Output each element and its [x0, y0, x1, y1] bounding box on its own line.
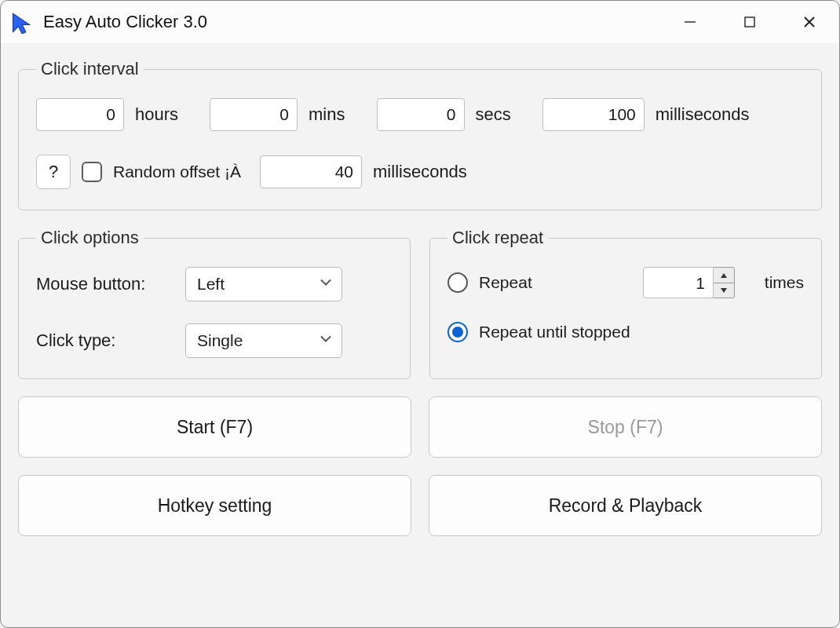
random-offset-label: Random offset ¡À — [113, 162, 241, 181]
titlebar[interactable]: Easy Auto Clicker 3.0 — [1, 1, 839, 43]
click-type-value: Single — [197, 331, 243, 350]
mins-input[interactable]: 0 — [210, 98, 298, 131]
secs-input[interactable]: 0 — [377, 98, 465, 131]
svg-rect-1 — [745, 17, 754, 27]
ms-input[interactable]: 100 — [542, 98, 645, 131]
help-button[interactable]: ? — [36, 155, 71, 189]
click-type-select[interactable]: Single — [185, 323, 342, 358]
mouse-button-value: Left — [197, 275, 225, 294]
client-area: Click interval 0 hours 0 mins 0 secs 100… — [1, 43, 839, 627]
chevron-down-icon — [318, 331, 334, 351]
stop-button[interactable]: Stop (F7) — [429, 396, 822, 458]
svg-marker-4 — [721, 273, 727, 278]
app-window: Easy Auto Clicker 3.0 Click interval 0 h… — [0, 0, 840, 628]
maximize-button[interactable] — [720, 1, 780, 43]
window-title: Easy Auto Clicker 3.0 — [43, 12, 207, 32]
spinner-down-button[interactable] — [714, 283, 734, 298]
click-interval-group: Click interval 0 hours 0 mins 0 secs 100… — [18, 59, 822, 210]
repeat-times-unit: times — [765, 273, 804, 292]
repeat-times-spinner[interactable]: 1 — [643, 267, 735, 298]
spinner-up-button[interactable] — [714, 268, 734, 283]
click-type-label: Click type: — [36, 330, 185, 351]
repeat-until-label: Repeat until stopped — [479, 323, 630, 341]
random-offset-input[interactable]: 40 — [260, 155, 362, 188]
repeat-until-radio[interactable] — [447, 322, 468, 342]
chevron-down-icon — [318, 275, 334, 294]
record-playback-button[interactable]: Record & Playback — [429, 475, 822, 536]
minimize-button[interactable] — [660, 1, 720, 43]
click-repeat-group: Click repeat Repeat 1 times — [429, 228, 822, 379]
hotkey-setting-button[interactable]: Hotkey setting — [18, 475, 411, 536]
app-cursor-icon — [10, 12, 32, 34]
repeat-times-radio[interactable] — [447, 272, 468, 293]
hours-label: hours — [135, 104, 178, 125]
ms-label: milliseconds — [656, 104, 750, 125]
click-interval-legend: Click interval — [36, 59, 144, 79]
hours-input[interactable]: 0 — [36, 98, 124, 131]
close-button[interactable] — [780, 1, 839, 43]
svg-marker-5 — [721, 288, 727, 293]
mins-label: mins — [309, 104, 345, 125]
mouse-button-label: Mouse button: — [36, 274, 185, 294]
repeat-times-label: Repeat — [479, 273, 532, 292]
random-offset-unit: milliseconds — [373, 162, 467, 182]
secs-label: secs — [476, 104, 511, 125]
mouse-button-select[interactable]: Left — [185, 267, 342, 301]
repeat-times-input[interactable]: 1 — [643, 267, 714, 298]
click-repeat-legend: Click repeat — [447, 228, 548, 248]
click-options-group: Click options Mouse button: Left Click t… — [18, 228, 411, 379]
click-options-legend: Click options — [36, 228, 144, 248]
random-offset-checkbox[interactable] — [82, 162, 102, 182]
start-button[interactable]: Start (F7) — [18, 396, 411, 458]
